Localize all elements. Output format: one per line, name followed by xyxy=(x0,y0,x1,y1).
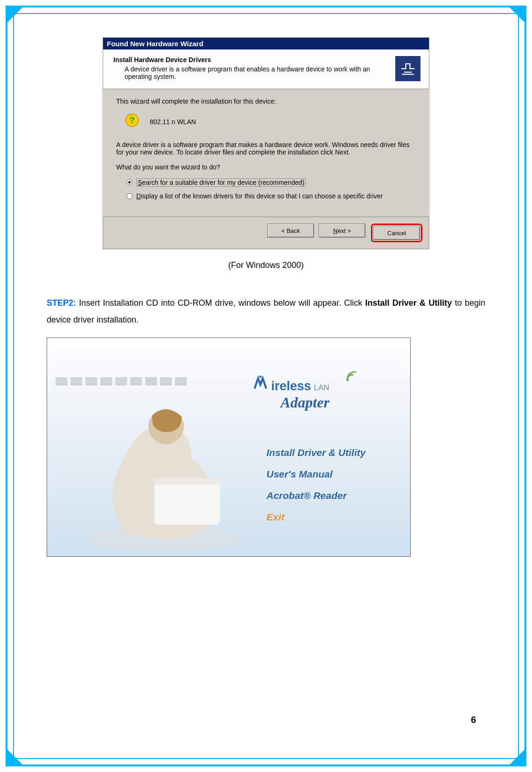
svg-text:?: ? xyxy=(130,116,135,125)
brand-text-lan: LAN xyxy=(314,383,329,393)
svg-rect-5 xyxy=(154,478,221,484)
unknown-device-icon: ? xyxy=(124,112,140,131)
dialog-explain: A device driver is a software program th… xyxy=(116,141,416,156)
found-new-hardware-wizard-dialog: Found New Hardware Wizard Install Hardwa… xyxy=(103,37,429,249)
radio-button-icon xyxy=(126,179,133,185)
step-label: STEP2: xyxy=(47,298,76,308)
svg-rect-4 xyxy=(154,483,220,525)
signal-icon xyxy=(346,371,357,382)
figure-caption: (For Windows 2000) xyxy=(47,260,485,270)
install-driver-utility-link[interactable]: Install Driver & Utility xyxy=(266,447,365,458)
step-text: Insert Installation CD into CD-ROM drive… xyxy=(76,298,365,308)
brand-logo: ireless LAN xyxy=(252,374,329,393)
page-number: 6 xyxy=(471,715,476,725)
wizard-icon xyxy=(395,56,420,81)
next-button[interactable]: Next > xyxy=(319,224,365,238)
dialog-subtext: A device driver is a software program th… xyxy=(113,65,375,80)
dialog-heading: Install Hardware Device Drivers xyxy=(113,56,375,63)
step-action: Install Driver & Utility xyxy=(365,298,452,308)
wireless-w-icon xyxy=(252,374,268,390)
users-manual-link[interactable]: User's Manual xyxy=(266,469,365,480)
brand-text-wireless: ireless xyxy=(271,379,311,393)
radio-button-icon xyxy=(126,193,133,199)
dialog-header: Install Hardware Device Drivers A device… xyxy=(103,49,429,89)
cancel-button[interactable]: Cancel xyxy=(373,226,420,240)
exit-link[interactable]: Exit xyxy=(266,512,365,523)
installer-autorun-window: ireless LAN Adapter Install Driver & Uti… xyxy=(47,337,411,557)
autorun-menu: Install Driver & Utility User's Manual A… xyxy=(266,447,365,523)
person-illustration xyxy=(70,385,248,553)
radio-option-search[interactable]: Search for a suitable driver for my devi… xyxy=(126,178,416,187)
step2-instruction: STEP2: Insert Installation CD into CD-RO… xyxy=(47,295,485,328)
dialog-button-bar: < Back Next > Cancel xyxy=(103,217,429,249)
dialog-question: What do you want the wizard to do? xyxy=(116,163,416,171)
back-button[interactable]: < Back xyxy=(267,224,314,238)
dialog-intro: This wizard will complete the installati… xyxy=(116,98,416,105)
device-name: 802.11 n WLAN xyxy=(150,118,196,126)
dialog-title: Found New Hardware Wizard xyxy=(103,38,429,49)
dialog-body: This wizard will complete the installati… xyxy=(103,89,429,217)
radio-option-display-list[interactable]: Display a list of the known drivers for … xyxy=(126,192,416,200)
radio-label: Display a list of the known drivers for … xyxy=(136,192,383,200)
svg-point-6 xyxy=(259,376,261,378)
radio-label: Search for a suitable driver for my devi… xyxy=(136,178,306,187)
acrobat-reader-link[interactable]: Acrobat® Reader xyxy=(266,490,365,501)
cancel-button-highlight: Cancel xyxy=(371,224,422,242)
brand-adapter-text: Adapter xyxy=(280,394,329,411)
svg-point-7 xyxy=(347,379,349,381)
